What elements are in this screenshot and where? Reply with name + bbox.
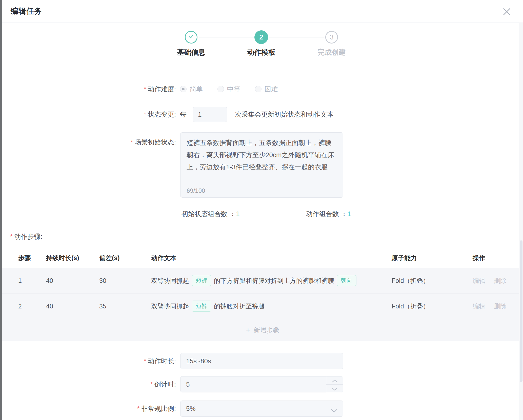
plus-icon: + xyxy=(246,327,250,334)
unusual-ratio-select[interactable]: 5% xyxy=(180,401,343,417)
state-change-suffix: 次采集会更新初始状态和动作文本 xyxy=(235,110,334,119)
object-tag: 短裤 xyxy=(192,275,211,286)
step-3-label: 完成创建 xyxy=(317,48,346,57)
edit-task-dialog: 编辑任务 2 3 基础信息 动作模板 完成创建 * xyxy=(2,0,523,420)
header-operation: 操作 xyxy=(473,254,523,262)
radio-option-hard[interactable]: 困难 xyxy=(255,85,278,94)
delete-link[interactable]: 删除 xyxy=(494,302,507,310)
action-duration-value: 15s~80s xyxy=(186,357,211,365)
initial-state-label: *场景初始状态: xyxy=(2,132,176,147)
add-step-label: 新增步骤 xyxy=(254,326,279,334)
cell-deviation: 35 xyxy=(99,303,151,310)
scrollbar-track xyxy=(519,23,523,420)
cell-duration: 40 xyxy=(46,303,99,310)
cell-ability: Fold（折叠） xyxy=(392,277,473,285)
cell-step: 2 xyxy=(18,303,46,310)
step-connector-line xyxy=(269,37,324,37)
chevron-down-icon xyxy=(331,407,337,415)
header-step: 步骤 xyxy=(18,254,46,262)
object-tag: 短裤 xyxy=(192,301,211,312)
cell-deviation: 30 xyxy=(99,277,151,284)
dialog-header: 编辑任务 xyxy=(2,0,523,23)
table-header-row: 步骤 持续时长(s) 偏差(s) 动作文本 原子能力 操作 xyxy=(2,248,523,268)
char-counter: 69/100 xyxy=(187,187,205,194)
radio-icon[interactable] xyxy=(217,86,224,92)
unusual-ratio-row: *非常规比例: 5% xyxy=(2,401,523,417)
difficulty-radio-group: 简单 中等 困难 xyxy=(180,85,278,94)
header-duration: 持续时长(s) xyxy=(46,254,99,262)
required-asterisk: * xyxy=(144,111,146,118)
radio-label: 中等 xyxy=(227,85,240,94)
dialog-title: 编辑任务 xyxy=(11,6,42,16)
required-asterisk: * xyxy=(144,357,146,365)
step-1-label: 基础信息 xyxy=(177,48,205,57)
state-change-input[interactable]: 1 xyxy=(193,107,227,122)
action-duration-label: *动作时长: xyxy=(2,357,176,366)
action-steps-table: 步骤 持续时长(s) 偏差(s) 动作文本 原子能力 操作 1 40 30 双臂… xyxy=(2,248,523,341)
radio-icon-selected[interactable] xyxy=(180,86,187,92)
table-row: 1 40 30 双臂协同抓起 短裤 的下方裤腿和裤腰对折到上方的裤腿和裤腰 朝向… xyxy=(2,268,523,293)
action-text-segment: 双臂协同抓起 xyxy=(151,302,189,310)
countdown-number-input[interactable]: 5 xyxy=(180,376,343,392)
arrow-down-icon xyxy=(332,385,337,392)
radio-option-medium[interactable]: 中等 xyxy=(217,85,240,94)
table-row: 2 40 35 双臂协同抓起 短裤 的裤腰对折至裤腿 Fold（折叠） 编辑 删… xyxy=(2,293,523,319)
step-1-circle xyxy=(185,31,197,44)
add-step-button[interactable]: + 新增步骤 xyxy=(2,319,523,341)
action-text-segment: 的下方裤腿和裤腰对折到上方的裤腿和裤腰 xyxy=(214,277,334,285)
step-3-number: 3 xyxy=(330,33,334,41)
edit-link[interactable]: 编辑 xyxy=(473,277,485,285)
required-asterisk: * xyxy=(150,381,153,388)
edit-link[interactable]: 编辑 xyxy=(473,302,485,310)
step-2-circle: 2 xyxy=(254,30,268,44)
initial-state-text: 短裤五条数据背面朝上，五条数据正面朝上，裤腰朝右，离头部视野下方至少20cm之外… xyxy=(187,139,334,171)
radio-label: 困难 xyxy=(265,85,278,94)
step-2-number: 2 xyxy=(259,33,263,41)
scrollbar-thumb[interactable] xyxy=(520,240,522,382)
countdown-row: *倒计时: 5 xyxy=(2,376,523,392)
action-duration-row: *动作时长: 15s~80s xyxy=(2,353,523,369)
close-icon[interactable] xyxy=(502,7,512,17)
decrease-button[interactable] xyxy=(326,385,343,392)
action-duration-input[interactable]: 15s~80s xyxy=(180,353,343,369)
radio-option-easy[interactable]: 简单 xyxy=(180,85,203,94)
step-3-circle: 3 xyxy=(325,31,338,44)
required-asterisk: * xyxy=(144,85,146,93)
number-stepper xyxy=(326,376,343,392)
initial-state-row: *场景初始状态: 短裤五条数据背面朝上，五条数据正面朝上，裤腰朝右，离头部视野下… xyxy=(2,132,523,198)
initial-combo-value: 1 xyxy=(236,210,239,218)
required-asterisk: * xyxy=(131,138,133,146)
action-steps-section-label: *动作步骤: xyxy=(10,232,42,241)
action-combo-value: 1 xyxy=(347,210,351,218)
cell-duration: 40 xyxy=(46,277,99,284)
cell-ability: Fold（折叠） xyxy=(392,302,473,310)
orientation-tag: 朝向 xyxy=(337,275,356,286)
radio-icon[interactable] xyxy=(255,86,262,92)
required-asterisk: * xyxy=(137,405,140,412)
countdown-value: 5 xyxy=(186,381,190,388)
cell-operation: 编辑 删除 xyxy=(473,302,523,310)
state-change-label: *状态变更: xyxy=(2,110,176,119)
delete-link[interactable]: 删除 xyxy=(494,277,507,285)
cell-action-text: 双臂协同抓起 短裤 的下方裤腿和裤腰对折到上方的裤腿和裤腰 朝向 xyxy=(151,275,392,286)
required-asterisk: * xyxy=(10,233,13,240)
step-connector-line xyxy=(199,37,254,37)
combo-counts-row: 初始状态组合数 ：1 动作组合数 ：1 xyxy=(2,209,523,218)
cell-action-text: 双臂协同抓起 短裤 的裤腰对折至裤腿 xyxy=(151,301,392,312)
check-icon xyxy=(188,33,195,41)
initial-state-textarea[interactable]: 短裤五条数据背面朝上，五条数据正面朝上，裤腰朝右，离头部视野下方至少20cm之外… xyxy=(180,132,343,198)
countdown-label: *倒计时: xyxy=(2,380,176,389)
difficulty-row: *动作难度: 简单 中等 困难 xyxy=(2,83,523,95)
cell-step: 1 xyxy=(18,277,46,284)
arrow-up-icon xyxy=(332,376,337,384)
state-change-row: *状态变更: 每 1 次采集会更新初始状态和动作文本 xyxy=(2,107,523,122)
header-deviation: 偏差(s) xyxy=(99,254,151,262)
radio-label: 简单 xyxy=(190,85,203,94)
difficulty-label: *动作难度: xyxy=(2,85,176,94)
cell-operation: 编辑 删除 xyxy=(473,277,523,285)
increase-button[interactable] xyxy=(326,376,343,385)
header-action-text: 动作文本 xyxy=(151,254,392,262)
action-combo-count: 动作组合数 ：1 xyxy=(306,209,351,218)
unusual-ratio-label: *非常规比例: xyxy=(2,404,176,413)
action-text-segment: 的裤腰对折至裤腿 xyxy=(214,302,265,310)
